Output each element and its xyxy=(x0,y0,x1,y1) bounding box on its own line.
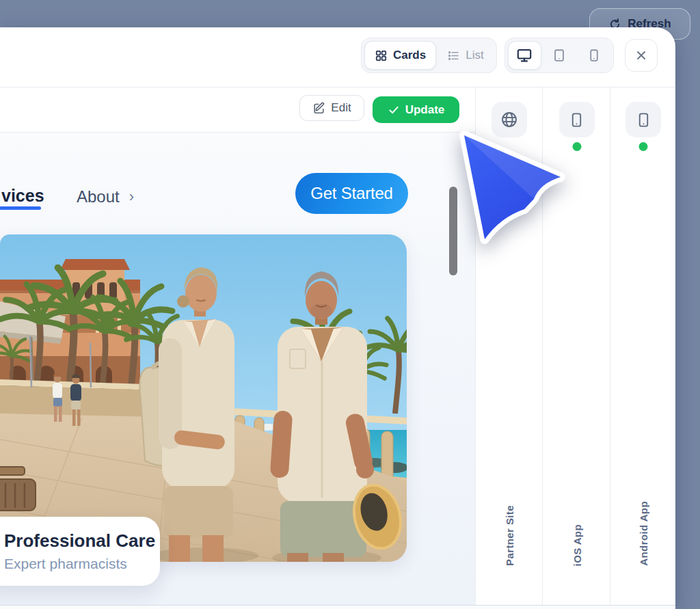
edit-label: Edit xyxy=(331,101,351,115)
device-toggle-desktop[interactable] xyxy=(508,41,541,70)
list-label: List xyxy=(466,49,483,62)
promo-card: Professional Care Expert pharmacists xyxy=(0,517,160,586)
promo-card-subtitle: Expert pharmacists xyxy=(4,556,160,572)
nav-item-about[interactable]: About › xyxy=(77,187,134,206)
channel-label-android-app: Android App xyxy=(638,501,649,566)
cursor-pointer-icon xyxy=(438,109,602,273)
panel-footer xyxy=(0,605,675,609)
close-button[interactable] xyxy=(625,39,658,72)
device-toggle-group xyxy=(504,38,614,73)
website-preview: vices About › Get Started xyxy=(0,133,475,606)
channel-label-partner-site: Partner Site xyxy=(504,505,515,566)
hero-photo xyxy=(0,234,407,562)
online-status-dot xyxy=(639,142,648,151)
device-toggle-phone[interactable] xyxy=(577,41,610,70)
list-icon xyxy=(447,49,460,62)
phone-icon xyxy=(635,111,652,128)
edit-button[interactable]: Edit xyxy=(299,95,364,121)
app-background: Refresh Cards List xyxy=(0,0,700,609)
desktop-icon xyxy=(516,47,533,64)
promenade-photo-illustration xyxy=(0,234,407,562)
nav-active-underline xyxy=(0,206,41,210)
close-icon xyxy=(634,49,648,62)
view-toggle-group: Cards List xyxy=(361,38,497,73)
channel-column-android-app: Android App xyxy=(610,87,676,606)
check-icon xyxy=(388,104,400,116)
view-toggle-list[interactable]: List xyxy=(438,41,493,70)
channel-label-ios-app: iOS App xyxy=(571,524,582,566)
edit-icon xyxy=(312,102,325,115)
tablet-icon xyxy=(552,48,567,63)
android-app-tile[interactable] xyxy=(625,102,661,137)
view-toggle-cards[interactable]: Cards xyxy=(364,41,436,70)
nav-item-services[interactable]: vices xyxy=(1,186,44,206)
promo-card-title: Professional Care xyxy=(4,530,160,552)
get-started-button[interactable]: Get Started xyxy=(295,173,408,214)
grid-icon xyxy=(375,49,388,62)
about-label: About xyxy=(77,187,120,206)
cards-label: Cards xyxy=(393,49,426,62)
phone-icon xyxy=(587,48,602,63)
chevron-right-icon: › xyxy=(129,188,134,206)
device-toggle-tablet[interactable] xyxy=(543,41,576,70)
